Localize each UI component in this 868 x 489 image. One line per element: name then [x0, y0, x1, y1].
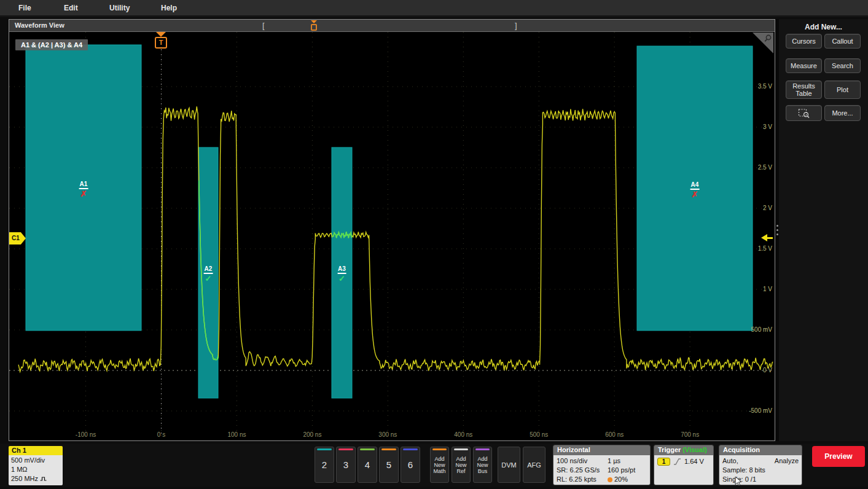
- math-color-stripe: [432, 448, 447, 450]
- t-axis-label-600ns: 600 ns: [605, 431, 624, 438]
- trigger-mode: (Visual): [682, 446, 707, 453]
- zone-label-A2[interactable]: A2✓: [204, 262, 213, 283]
- channel-1-settings: 500 mV/div 1 MΩ 250 MHz: [9, 455, 63, 485]
- channel-5-button[interactable]: 5: [379, 447, 399, 483]
- t-axis-label-700ns: 700 ns: [681, 431, 699, 438]
- trigger-panel[interactable]: Trigger (Visual) 1 1.64 V: [654, 445, 714, 485]
- waveform-view-header: Waveform View [ ]: [9, 20, 775, 32]
- acquisition-title: Acquisition: [719, 445, 802, 455]
- zoom-corner-control[interactable]: [753, 33, 773, 53]
- sample-rate: SR: 6.25 GS/s: [557, 466, 608, 475]
- trigger-level-value: 1.64 V: [684, 457, 704, 466]
- v-axis-label-3.5V: 3.5 V: [758, 83, 772, 90]
- t-axis-label-0s: 0 s: [157, 431, 165, 438]
- check-icon-A2: ✓: [204, 275, 213, 283]
- acquisition-sample: Sample: 8 bits: [722, 466, 765, 475]
- add-new-bus-button[interactable]: Add New Bus: [473, 447, 492, 483]
- zone-name-A3: A3: [337, 265, 346, 274]
- waveform-canvas[interactable]: [9, 32, 775, 440]
- v-axis-label--500mV: -500 mV: [749, 407, 772, 414]
- v-axis-label-2.5V: 2.5 V: [758, 164, 772, 171]
- sample-resolution: 160 ps/pt: [608, 466, 647, 475]
- menu-help[interactable]: Help: [161, 4, 177, 12]
- rising-edge-icon: [673, 458, 681, 466]
- zone-name-A1: A1: [79, 181, 88, 189]
- channel-3-label: 3: [343, 460, 348, 470]
- ch1-impedance: 1 MΩ: [11, 465, 60, 474]
- trigger-triangle-icon: [156, 32, 166, 37]
- overview-trigger-box: [311, 24, 317, 31]
- dvm-button[interactable]: DVM: [498, 447, 520, 483]
- magnifier-icon: [764, 34, 773, 43]
- channel-3-button[interactable]: 3: [336, 447, 356, 483]
- oscilloscope-screen: File Edit Utility Help Waveform View [ ]…: [0, 0, 868, 489]
- add-new-title: Add New...: [779, 23, 868, 31]
- waveform-view-title: Waveform View: [15, 22, 65, 29]
- menu-utility[interactable]: Utility: [109, 4, 130, 12]
- menu-edit[interactable]: Edit: [64, 4, 78, 12]
- v-axis-label-0V: 0 V: [763, 367, 772, 374]
- overview-trigger-triangle: [311, 20, 317, 23]
- acquisition-panel[interactable]: Acquisition Auto, Analyze Sample: 8 bits…: [719, 445, 802, 485]
- add-new-math-button[interactable]: Add New Math: [430, 447, 449, 483]
- afg-button[interactable]: AFG: [523, 447, 545, 483]
- t-axis-label-100ns: 100 ns: [227, 431, 246, 438]
- horizontal-title: Horizontal: [553, 445, 650, 455]
- visual-trigger-zone-icon: [798, 108, 810, 119]
- callout-button[interactable]: Callout: [824, 34, 861, 49]
- channel-4-button[interactable]: 4: [358, 447, 377, 483]
- add-ref-label: Add New Ref: [455, 456, 466, 474]
- horizontal-position: 20%: [614, 475, 628, 484]
- visual-trigger-zone-button[interactable]: [786, 105, 822, 121]
- overview-left-bracket: [: [262, 21, 265, 30]
- horizontal-window: 1 µs: [608, 456, 647, 466]
- t-axis-label-200ns: 200 ns: [303, 431, 321, 438]
- zone-label-A1[interactable]: A1✗: [79, 178, 88, 198]
- preview-button[interactable]: Preview: [812, 446, 865, 467]
- channel-2-button[interactable]: 2: [315, 447, 334, 483]
- t-axis-label--100ns: -100 ns: [76, 431, 96, 438]
- channel-1-badge[interactable]: Ch 1: [9, 446, 63, 455]
- record-length: RL: 6.25 kpts: [557, 475, 608, 484]
- channel-3-color-stripe: [338, 448, 353, 450]
- check-icon-A3: ✓: [337, 275, 346, 283]
- channel-6-button[interactable]: 6: [401, 447, 420, 483]
- zone-label-A4[interactable]: A4✗: [690, 178, 700, 198]
- trigger-level-arrow[interactable]: [761, 234, 773, 241]
- plot-button[interactable]: Plot: [824, 80, 861, 99]
- acquisition-analyze: Analyze: [775, 456, 799, 466]
- horizontal-panel[interactable]: Horizontal 100 ns/div1 µs SR: 6.25 GS/s1…: [553, 445, 651, 485]
- ref-color-stripe: [454, 448, 468, 450]
- waveform-view: Waveform View [ ] A1 & (A2 | A3) & A4 T …: [9, 19, 775, 441]
- x-icon-A1: ✗: [79, 190, 88, 198]
- mouse-cursor: [735, 477, 743, 487]
- zone-label-A3[interactable]: A3✓: [337, 262, 346, 283]
- menu-bar: File Edit Utility Help: [0, 0, 868, 17]
- search-button[interactable]: Search: [824, 58, 861, 73]
- add-new-panel: Add New... Cursors Callout Measure Searc…: [779, 19, 868, 441]
- channel-6-color-stripe: [403, 448, 418, 450]
- trigger-arrow-head-icon: [761, 234, 767, 241]
- waveform-plot[interactable]: A1 & (A2 | A3) & A4 T C1 3.5 V3 V2.5 V2 …: [9, 32, 775, 440]
- v-axis-label-500mV: 500 mV: [751, 326, 772, 333]
- measure-button[interactable]: Measure: [786, 58, 822, 73]
- v-axis-label-3V: 3 V: [763, 123, 772, 130]
- zone-name-A2: A2: [204, 265, 213, 274]
- trigger-arrow-tail: [767, 237, 773, 239]
- more-button[interactable]: More...: [824, 105, 861, 121]
- t-axis-label-300ns: 300 ns: [378, 431, 397, 438]
- add-math-label: Add New Math: [433, 456, 445, 474]
- bandwidth-icon: [40, 476, 47, 482]
- channel-5-label: 5: [386, 460, 391, 470]
- trigger-source-chip: 1: [657, 458, 670, 466]
- cursors-button[interactable]: Cursors: [786, 34, 822, 49]
- t-axis-label-400ns: 400 ns: [454, 431, 472, 438]
- add-new-ref-button[interactable]: Add New Ref: [452, 447, 471, 483]
- menu-file[interactable]: File: [18, 4, 31, 12]
- channel-5-color-stripe: [381, 448, 396, 450]
- results-table-button[interactable]: Results Table: [786, 80, 822, 99]
- channel-2-label: 2: [322, 460, 327, 470]
- overview-trigger-marker-icon[interactable]: [310, 20, 318, 32]
- channel-4-label: 4: [365, 460, 370, 470]
- channel-1-panel[interactable]: Ch 1 500 mV/div 1 MΩ 250 MHz: [9, 446, 63, 485]
